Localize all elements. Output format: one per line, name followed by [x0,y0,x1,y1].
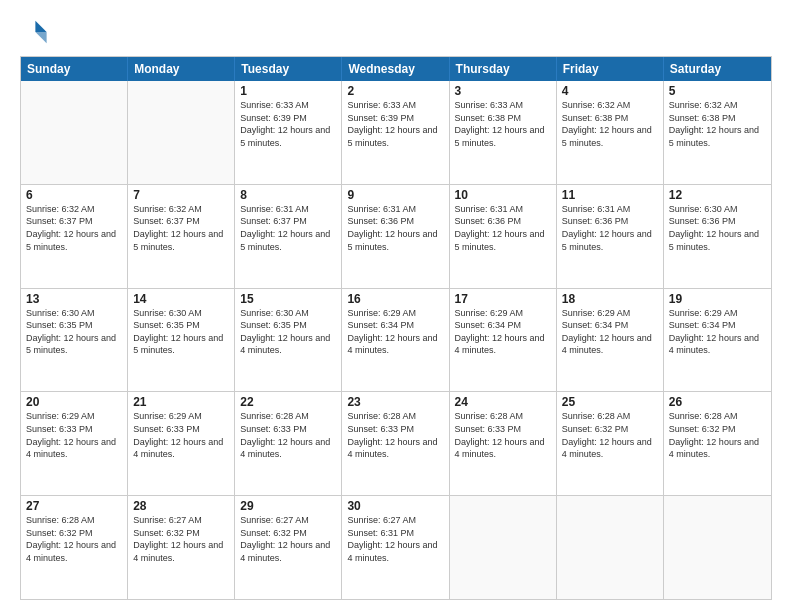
empty-cell [557,496,664,599]
header-day-saturday: Saturday [664,57,771,81]
day-cell-10: 10Sunrise: 6:31 AM Sunset: 6:36 PM Dayli… [450,185,557,288]
calendar-row-3: 13Sunrise: 6:30 AM Sunset: 6:35 PM Dayli… [21,288,771,392]
svg-marker-0 [35,21,46,32]
calendar-header: SundayMondayTuesdayWednesdayThursdayFrid… [21,57,771,81]
day-number: 7 [133,188,229,202]
cell-info: Sunrise: 6:29 AM Sunset: 6:34 PM Dayligh… [455,307,551,357]
day-cell-17: 17Sunrise: 6:29 AM Sunset: 6:34 PM Dayli… [450,289,557,392]
cell-info: Sunrise: 6:28 AM Sunset: 6:32 PM Dayligh… [562,410,658,460]
day-number: 15 [240,292,336,306]
day-cell-1: 1Sunrise: 6:33 AM Sunset: 6:39 PM Daylig… [235,81,342,184]
day-number: 25 [562,395,658,409]
day-cell-6: 6Sunrise: 6:32 AM Sunset: 6:37 PM Daylig… [21,185,128,288]
cell-info: Sunrise: 6:27 AM Sunset: 6:32 PM Dayligh… [133,514,229,564]
cell-info: Sunrise: 6:31 AM Sunset: 6:36 PM Dayligh… [347,203,443,253]
day-cell-22: 22Sunrise: 6:28 AM Sunset: 6:33 PM Dayli… [235,392,342,495]
calendar-row-5: 27Sunrise: 6:28 AM Sunset: 6:32 PM Dayli… [21,495,771,599]
calendar-row-4: 20Sunrise: 6:29 AM Sunset: 6:33 PM Dayli… [21,391,771,495]
day-cell-30: 30Sunrise: 6:27 AM Sunset: 6:31 PM Dayli… [342,496,449,599]
day-number: 8 [240,188,336,202]
day-cell-5: 5Sunrise: 6:32 AM Sunset: 6:38 PM Daylig… [664,81,771,184]
cell-info: Sunrise: 6:30 AM Sunset: 6:35 PM Dayligh… [240,307,336,357]
day-cell-4: 4Sunrise: 6:32 AM Sunset: 6:38 PM Daylig… [557,81,664,184]
cell-info: Sunrise: 6:30 AM Sunset: 6:35 PM Dayligh… [133,307,229,357]
day-cell-2: 2Sunrise: 6:33 AM Sunset: 6:39 PM Daylig… [342,81,449,184]
cell-info: Sunrise: 6:30 AM Sunset: 6:35 PM Dayligh… [26,307,122,357]
header-day-thursday: Thursday [450,57,557,81]
empty-cell [21,81,128,184]
day-number: 2 [347,84,443,98]
day-number: 1 [240,84,336,98]
day-cell-19: 19Sunrise: 6:29 AM Sunset: 6:34 PM Dayli… [664,289,771,392]
calendar-row-1: 1Sunrise: 6:33 AM Sunset: 6:39 PM Daylig… [21,81,771,184]
calendar-row-2: 6Sunrise: 6:32 AM Sunset: 6:37 PM Daylig… [21,184,771,288]
day-cell-7: 7Sunrise: 6:32 AM Sunset: 6:37 PM Daylig… [128,185,235,288]
cell-info: Sunrise: 6:28 AM Sunset: 6:33 PM Dayligh… [240,410,336,460]
empty-cell [128,81,235,184]
day-cell-29: 29Sunrise: 6:27 AM Sunset: 6:32 PM Dayli… [235,496,342,599]
cell-info: Sunrise: 6:33 AM Sunset: 6:39 PM Dayligh… [240,99,336,149]
cell-info: Sunrise: 6:28 AM Sunset: 6:32 PM Dayligh… [26,514,122,564]
day-cell-18: 18Sunrise: 6:29 AM Sunset: 6:34 PM Dayli… [557,289,664,392]
cell-info: Sunrise: 6:32 AM Sunset: 6:37 PM Dayligh… [133,203,229,253]
header-day-tuesday: Tuesday [235,57,342,81]
cell-info: Sunrise: 6:31 AM Sunset: 6:37 PM Dayligh… [240,203,336,253]
cell-info: Sunrise: 6:32 AM Sunset: 6:38 PM Dayligh… [562,99,658,149]
logo [20,18,52,46]
day-number: 23 [347,395,443,409]
day-cell-11: 11Sunrise: 6:31 AM Sunset: 6:36 PM Dayli… [557,185,664,288]
cell-info: Sunrise: 6:28 AM Sunset: 6:33 PM Dayligh… [347,410,443,460]
day-cell-9: 9Sunrise: 6:31 AM Sunset: 6:36 PM Daylig… [342,185,449,288]
empty-cell [450,496,557,599]
day-cell-20: 20Sunrise: 6:29 AM Sunset: 6:33 PM Dayli… [21,392,128,495]
day-cell-15: 15Sunrise: 6:30 AM Sunset: 6:35 PM Dayli… [235,289,342,392]
day-cell-14: 14Sunrise: 6:30 AM Sunset: 6:35 PM Dayli… [128,289,235,392]
day-cell-24: 24Sunrise: 6:28 AM Sunset: 6:33 PM Dayli… [450,392,557,495]
header-day-wednesday: Wednesday [342,57,449,81]
svg-marker-1 [35,32,46,43]
cell-info: Sunrise: 6:31 AM Sunset: 6:36 PM Dayligh… [562,203,658,253]
day-number: 4 [562,84,658,98]
day-number: 18 [562,292,658,306]
day-cell-3: 3Sunrise: 6:33 AM Sunset: 6:38 PM Daylig… [450,81,557,184]
cell-info: Sunrise: 6:33 AM Sunset: 6:38 PM Dayligh… [455,99,551,149]
cell-info: Sunrise: 6:32 AM Sunset: 6:38 PM Dayligh… [669,99,766,149]
cell-info: Sunrise: 6:29 AM Sunset: 6:34 PM Dayligh… [347,307,443,357]
day-cell-25: 25Sunrise: 6:28 AM Sunset: 6:32 PM Dayli… [557,392,664,495]
cell-info: Sunrise: 6:31 AM Sunset: 6:36 PM Dayligh… [455,203,551,253]
day-cell-23: 23Sunrise: 6:28 AM Sunset: 6:33 PM Dayli… [342,392,449,495]
day-number: 21 [133,395,229,409]
header [20,18,772,46]
day-number: 11 [562,188,658,202]
day-number: 26 [669,395,766,409]
cell-info: Sunrise: 6:29 AM Sunset: 6:33 PM Dayligh… [133,410,229,460]
cell-info: Sunrise: 6:28 AM Sunset: 6:32 PM Dayligh… [669,410,766,460]
header-day-sunday: Sunday [21,57,128,81]
day-number: 6 [26,188,122,202]
cell-info: Sunrise: 6:28 AM Sunset: 6:33 PM Dayligh… [455,410,551,460]
day-number: 22 [240,395,336,409]
calendar-body: 1Sunrise: 6:33 AM Sunset: 6:39 PM Daylig… [21,81,771,599]
day-number: 19 [669,292,766,306]
day-cell-28: 28Sunrise: 6:27 AM Sunset: 6:32 PM Dayli… [128,496,235,599]
day-cell-16: 16Sunrise: 6:29 AM Sunset: 6:34 PM Dayli… [342,289,449,392]
day-cell-27: 27Sunrise: 6:28 AM Sunset: 6:32 PM Dayli… [21,496,128,599]
day-number: 27 [26,499,122,513]
day-number: 17 [455,292,551,306]
day-cell-12: 12Sunrise: 6:30 AM Sunset: 6:36 PM Dayli… [664,185,771,288]
cell-info: Sunrise: 6:27 AM Sunset: 6:32 PM Dayligh… [240,514,336,564]
day-number: 30 [347,499,443,513]
day-number: 13 [26,292,122,306]
day-cell-26: 26Sunrise: 6:28 AM Sunset: 6:32 PM Dayli… [664,392,771,495]
day-number: 20 [26,395,122,409]
day-cell-21: 21Sunrise: 6:29 AM Sunset: 6:33 PM Dayli… [128,392,235,495]
day-number: 5 [669,84,766,98]
logo-icon [20,18,48,46]
calendar: SundayMondayTuesdayWednesdayThursdayFrid… [20,56,772,600]
day-number: 10 [455,188,551,202]
day-number: 28 [133,499,229,513]
page: SundayMondayTuesdayWednesdayThursdayFrid… [0,0,792,612]
cell-info: Sunrise: 6:32 AM Sunset: 6:37 PM Dayligh… [26,203,122,253]
cell-info: Sunrise: 6:29 AM Sunset: 6:33 PM Dayligh… [26,410,122,460]
day-number: 16 [347,292,443,306]
